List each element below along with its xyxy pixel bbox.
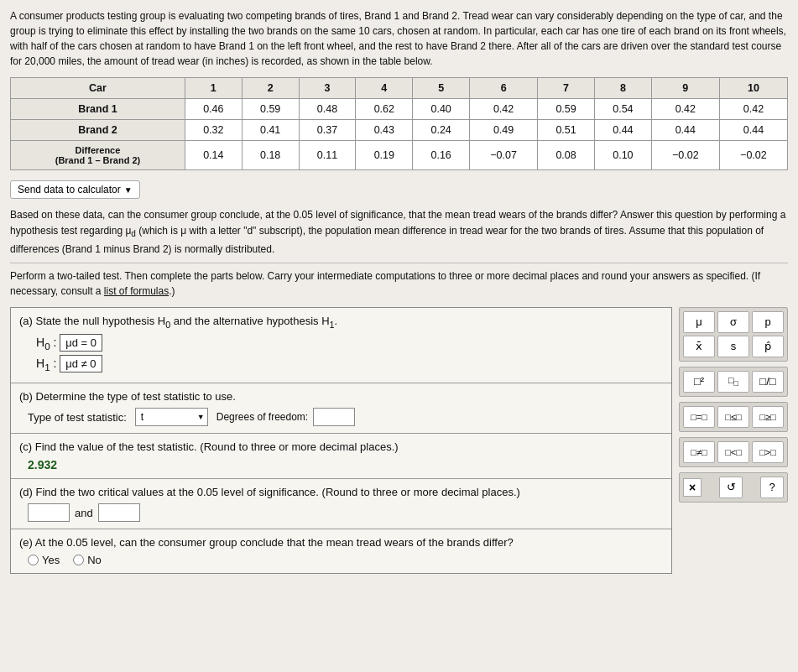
s-button[interactable]: s	[717, 336, 749, 357]
degrees-input[interactable]	[313, 408, 355, 426]
col-header-2: 2	[242, 78, 299, 99]
brand1-car6: 0.42	[470, 99, 538, 120]
brand1-car3: 0.48	[299, 99, 356, 120]
col-header-4: 4	[356, 78, 413, 99]
diff-car3: 0.11	[299, 141, 356, 170]
table-row-brand2: Brand 2 0.32 0.41 0.37 0.43 0.24 0.49 0.…	[11, 120, 788, 141]
test-statistic-value: 2.932	[28, 458, 663, 471]
brand2-label: Brand 2	[11, 120, 185, 141]
diff-car4: 0.19	[356, 141, 413, 170]
intro-paragraph: A consumer products testing group is eva…	[10, 8, 788, 69]
comparison-grid-1: □=□ □≤□ □≥□	[679, 402, 788, 432]
diff-car7: 0.08	[538, 141, 595, 170]
bottom-actions-row: × ↺ ?	[679, 472, 788, 503]
data-table: Car 1 2 3 4 5 6 7 8 9 10 Brand 1 0.46	[10, 77, 788, 170]
no-label[interactable]: No	[73, 554, 102, 566]
square-button[interactable]: □²	[683, 371, 715, 393]
brand2-car6: 0.49	[470, 120, 538, 141]
brand1-car1: 0.46	[185, 99, 242, 120]
diff-car9: −0.02	[651, 141, 719, 170]
undo-button[interactable]: ↺	[719, 477, 743, 498]
diff-car6: −0.07	[470, 141, 538, 170]
col-header-9: 9	[651, 78, 719, 99]
yes-no-row: Yes No	[28, 554, 663, 566]
clear-button[interactable]: ×	[683, 478, 702, 497]
h1-line: H1 : μd ≠ 0	[36, 355, 663, 372]
critical-value-2-input[interactable]	[98, 503, 140, 522]
page-container: A consumer products testing group is eva…	[0, 0, 798, 582]
col-header-10: 10	[719, 78, 787, 99]
section-d: (d) Find the two critical values at the …	[11, 479, 671, 529]
brand1-car4: 0.62	[356, 99, 413, 120]
neq-button[interactable]: □≠□	[683, 441, 715, 463]
section-a: (a) State the null hypothesis H0 and the…	[11, 308, 671, 384]
x-bar-button[interactable]: x̄	[683, 336, 715, 357]
col-header-car: Car	[11, 78, 185, 99]
critical-value-1-input[interactable]	[28, 503, 70, 522]
yes-text: Yes	[42, 554, 60, 566]
subscript-button[interactable]: □□	[717, 371, 749, 393]
geq-button[interactable]: □≥□	[752, 406, 784, 428]
leq-button[interactable]: □≤□	[717, 406, 749, 428]
equals-button[interactable]: □=□	[683, 406, 715, 428]
main-layout: (a) State the null hypothesis H0 and the…	[10, 307, 788, 575]
p-button[interactable]: p	[752, 311, 784, 333]
help-button[interactable]: ?	[760, 477, 784, 498]
diff-label: Difference(Brand 1 – Brand 2)	[11, 141, 185, 170]
clear-icon: ×	[689, 481, 696, 494]
send-button-label: Send data to calculator	[18, 184, 121, 195]
col-header-7: 7	[538, 78, 595, 99]
chevron-down-icon: ▼	[124, 185, 133, 195]
table-row-diff: Difference(Brand 1 – Brand 2) 0.14 0.18 …	[11, 141, 788, 170]
greek-symbols-grid: μ σ p x̄ s p̂	[679, 307, 788, 362]
yes-radio[interactable]	[28, 555, 39, 565]
test-stat-row: Type of test statistic: t z Chi-square F…	[28, 408, 663, 426]
question1-text: Based on these data, can the consumer gr…	[10, 207, 788, 258]
degrees-label: Degrees of freedom:	[216, 411, 308, 423]
section-e-title: (e) At the 0.05 level, can the consumer …	[19, 536, 663, 549]
brand1-car9: 0.42	[651, 99, 719, 120]
no-radio[interactable]	[73, 555, 84, 565]
diff-car5: 0.16	[413, 141, 470, 170]
formula-list-link[interactable]: list of formulas	[104, 285, 169, 297]
question-icon: ?	[769, 481, 775, 493]
test-stat-select-wrapper[interactable]: t z Chi-square F	[135, 408, 208, 426]
test-stat-select[interactable]: t z Chi-square F	[135, 408, 208, 426]
brand2-car1: 0.32	[185, 120, 242, 141]
brand2-car7: 0.51	[538, 120, 595, 141]
fraction-button[interactable]: □/□	[752, 371, 784, 393]
yes-label[interactable]: Yes	[28, 554, 60, 566]
question2-text: Perform a two-tailed test. Then complete…	[10, 263, 788, 299]
p-hat-button[interactable]: p̂	[752, 336, 784, 357]
diff-car10: −0.02	[719, 141, 787, 170]
brand2-car3: 0.37	[299, 120, 356, 141]
brand1-car8: 0.54	[594, 99, 651, 120]
no-text: No	[87, 554, 102, 566]
sigma-button[interactable]: σ	[717, 311, 749, 333]
less-button[interactable]: □<□	[717, 441, 749, 463]
col-header-5: 5	[413, 78, 470, 99]
brand1-car7: 0.59	[538, 99, 595, 120]
send-to-calculator-button[interactable]: Send data to calculator ▼	[10, 180, 140, 199]
undo-icon: ↺	[727, 481, 736, 493]
brand2-car8: 0.44	[594, 120, 651, 141]
h1-value-box: μd ≠ 0	[60, 355, 102, 372]
col-header-1: 1	[185, 78, 242, 99]
section-e: (e) At the 0.05 level, can the consumer …	[11, 529, 671, 573]
section-a-title: (a) State the null hypothesis H0 and the…	[19, 315, 663, 330]
comparison-grid-2: □≠□ □<□ □>□	[679, 437, 788, 467]
col-header-6: 6	[470, 78, 538, 99]
section-d-title: (d) Find the two critical values at the …	[19, 486, 663, 498]
brand2-car10: 0.44	[719, 120, 787, 141]
col-header-8: 8	[594, 78, 651, 99]
section-b: (b) Determine the type of test statistic…	[11, 383, 671, 434]
section-b-title: (b) Determine the type of test statistic…	[19, 390, 663, 403]
diff-car1: 0.14	[185, 141, 242, 170]
power-symbols-grid: □² □□ □/□	[679, 367, 788, 397]
greater-button[interactable]: □>□	[752, 441, 784, 463]
table-row-brand1: Brand 1 0.46 0.59 0.48 0.62 0.40 0.42 0.…	[11, 99, 788, 120]
right-symbols-panel: μ σ p x̄ s p̂ □² □□ □/□ □=□ □≤□ □≥□ □≠□	[679, 307, 788, 575]
critical-values-row: and	[28, 503, 663, 522]
mu-button[interactable]: μ	[683, 311, 715, 333]
brand2-car4: 0.43	[356, 120, 413, 141]
